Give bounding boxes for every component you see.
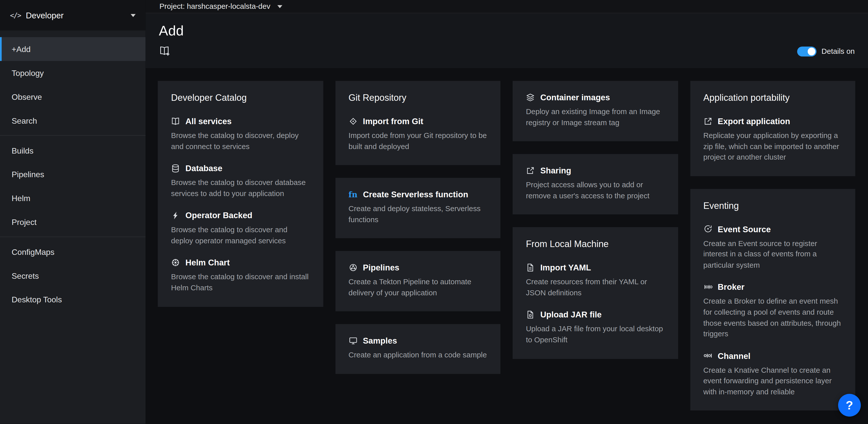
- catalog-item-event-source[interactable]: Event SourceCreate an Event source to re…: [703, 224, 842, 271]
- catalog-item-import-from-git[interactable]: Import from GitImport code from your Git…: [348, 116, 487, 152]
- catalog-item-export-application[interactable]: Export applicationReplicate your applica…: [703, 116, 842, 163]
- item-label: Channel: [718, 351, 750, 360]
- item-description: Create resources from their YAML or JSON…: [526, 277, 664, 298]
- sidebar-item-pipelines[interactable]: Pipelines: [0, 162, 146, 186]
- item-description: Create and deploy stateless, Serverless …: [348, 203, 487, 225]
- fn-icon: fn: [348, 191, 358, 198]
- catalog-item-samples[interactable]: SamplesCreate an application from a code…: [348, 336, 487, 361]
- item-heading: Import from Git: [348, 116, 487, 126]
- catalog-item-channel[interactable]: ChannelCreate a Knative Channel to creat…: [703, 351, 842, 397]
- pipeline-icon: [348, 263, 357, 272]
- card-column: Developer CatalogAll servicesBrowse the …: [158, 81, 323, 307]
- item-description: Create a Tekton Pipeline to automate del…: [348, 277, 487, 298]
- item-heading: Samples: [348, 336, 487, 345]
- item-description: Create an Event source to register inter…: [703, 238, 842, 271]
- item-label: Sharing: [540, 166, 571, 175]
- main-content: Project: harshcasper-localsta-dev Add De…: [146, 0, 868, 424]
- item-heading: Database: [171, 164, 310, 173]
- item-label: Import YAML: [540, 263, 591, 272]
- card-developer-catalog: Developer CatalogAll servicesBrowse the …: [158, 81, 323, 307]
- item-label: Container images: [540, 92, 610, 102]
- sidebar-item-secrets[interactable]: Secrets: [0, 264, 146, 287]
- card-container-images: Container imagesDeploy an existing Image…: [513, 81, 678, 141]
- item-heading: Operator Backed: [171, 210, 310, 220]
- item-description: Upload a JAR file from your local deskto…: [526, 324, 664, 345]
- item-heading: Export application: [703, 116, 842, 126]
- card-from-local-machine: From Local MachineImport YAMLCreate reso…: [513, 227, 678, 359]
- sidebar-item-observe[interactable]: Observe: [0, 85, 146, 109]
- sidebar-item-helm[interactable]: Helm: [0, 186, 146, 210]
- sidebar-item-desktop-tools[interactable]: Desktop Tools: [0, 287, 146, 311]
- item-description: Browse the catalog to discover, deploy a…: [171, 130, 310, 152]
- card-git-repository: Git RepositoryImport from GitImport code…: [335, 81, 501, 165]
- card-application-portability: Application portabilityExport applicatio…: [690, 81, 855, 176]
- item-description: Create an application from a code sample: [348, 350, 487, 361]
- item-description: Browse the catalog to discover database …: [171, 177, 310, 199]
- item-label: Create Serverless function: [363, 190, 468, 199]
- project-bar: Project: harshcasper-localsta-dev: [146, 0, 868, 13]
- details-toggle-label: Details on: [822, 47, 855, 56]
- channel-icon: [703, 351, 712, 360]
- sidebar-item-configmaps[interactable]: ConfigMaps: [0, 240, 146, 264]
- item-label: Helm Chart: [185, 258, 229, 267]
- card-sharing: SharingProject access allows you to add …: [513, 154, 678, 215]
- item-label: Pipelines: [363, 263, 399, 272]
- page-header: Add Details on: [146, 13, 868, 68]
- card-title: Developer Catalog: [171, 92, 310, 103]
- item-description: Project access allows you to add or remo…: [526, 180, 664, 201]
- catalog-item-import-yaml[interactable]: Import YAMLCreate resources from their Y…: [526, 263, 664, 298]
- sidebar-item-builds[interactable]: Builds: [0, 139, 146, 162]
- catalog-item-upload-jar-file[interactable]: Upload JAR fileUpload a JAR file from yo…: [526, 310, 664, 345]
- sidebar-item-project[interactable]: Project: [0, 210, 146, 234]
- broker-icon: [703, 283, 712, 291]
- card-title: Git Repository: [348, 92, 487, 103]
- card-column: Git RepositoryImport from GitImport code…: [335, 81, 501, 374]
- perspective-label: Developer: [26, 10, 64, 20]
- sidebar-item-add[interactable]: +Add: [0, 37, 146, 61]
- catalog-item-pipelines[interactable]: PipelinesCreate a Tekton Pipeline to aut…: [348, 263, 487, 298]
- item-heading: Pipelines: [348, 263, 487, 272]
- page-header-row: Details on: [159, 46, 855, 57]
- item-heading: Helm Chart: [171, 258, 310, 267]
- card-create-serverless-function: fnCreate Serverless functionCreate and d…: [335, 178, 501, 238]
- item-label: Event Source: [718, 224, 771, 233]
- card-eventing: EventingEvent SourceCreate an Event sour…: [690, 189, 855, 411]
- item-label: Broker: [718, 282, 745, 291]
- item-label: Samples: [363, 336, 397, 345]
- project-selector[interactable]: Project: harshcasper-localsta-dev: [159, 2, 271, 10]
- share-icon: [526, 166, 535, 175]
- catalog-item-container-images[interactable]: Container imagesDeploy an existing Image…: [526, 92, 664, 128]
- card-pipelines: PipelinesCreate a Tekton Pipeline to aut…: [335, 251, 501, 312]
- item-description: Create a Knative Channel to create an ev…: [703, 365, 842, 397]
- item-heading: fnCreate Serverless function: [348, 190, 487, 199]
- sidebar-item-topology[interactable]: Topology: [0, 61, 146, 85]
- database-icon: [171, 164, 180, 173]
- book-icon: [171, 117, 180, 125]
- item-label: All services: [185, 116, 231, 126]
- card-grid: Developer CatalogAll servicesBrowse the …: [146, 68, 868, 424]
- card-title: From Local Machine: [526, 239, 664, 250]
- card-column: Container imagesDeploy an existing Image…: [513, 81, 678, 359]
- catalog-item-helm-chart[interactable]: Helm ChartBrowse the catalog to discover…: [171, 258, 310, 293]
- event-source-icon: [703, 224, 712, 233]
- card-samples: SamplesCreate an application from a code…: [335, 324, 501, 374]
- item-description: Import code from your Git repository to …: [348, 130, 487, 152]
- chevron-down-icon: [131, 13, 135, 17]
- catalog-item-database[interactable]: DatabaseBrowse the catalog to discover d…: [171, 164, 310, 199]
- item-heading: Container images: [526, 92, 664, 102]
- file-icon: [526, 263, 535, 272]
- book-plus-icon[interactable]: [159, 46, 170, 57]
- chevron-down-icon[interactable]: [278, 5, 283, 8]
- sidebar-item-search[interactable]: Search: [0, 109, 146, 133]
- catalog-item-all-services[interactable]: All servicesBrowse the catalog to discov…: [171, 116, 310, 152]
- catalog-item-operator-backed[interactable]: Operator BackedBrowse the catalog to dis…: [171, 210, 310, 246]
- sidebar-nav: +AddTopologyObserveSearchBuildsPipelines…: [0, 30, 146, 311]
- samples-icon: [348, 336, 357, 345]
- code-icon: </>: [10, 11, 21, 19]
- catalog-item-create-serverless-function[interactable]: fnCreate Serverless functionCreate and d…: [348, 190, 487, 225]
- catalog-item-broker[interactable]: BrokerCreate a Broker to define an event…: [703, 282, 842, 340]
- details-toggle[interactable]: [797, 46, 816, 56]
- item-heading: Upload JAR file: [526, 310, 664, 319]
- perspective-switcher[interactable]: </> Developer: [0, 0, 146, 30]
- catalog-item-sharing[interactable]: SharingProject access allows you to add …: [526, 166, 664, 201]
